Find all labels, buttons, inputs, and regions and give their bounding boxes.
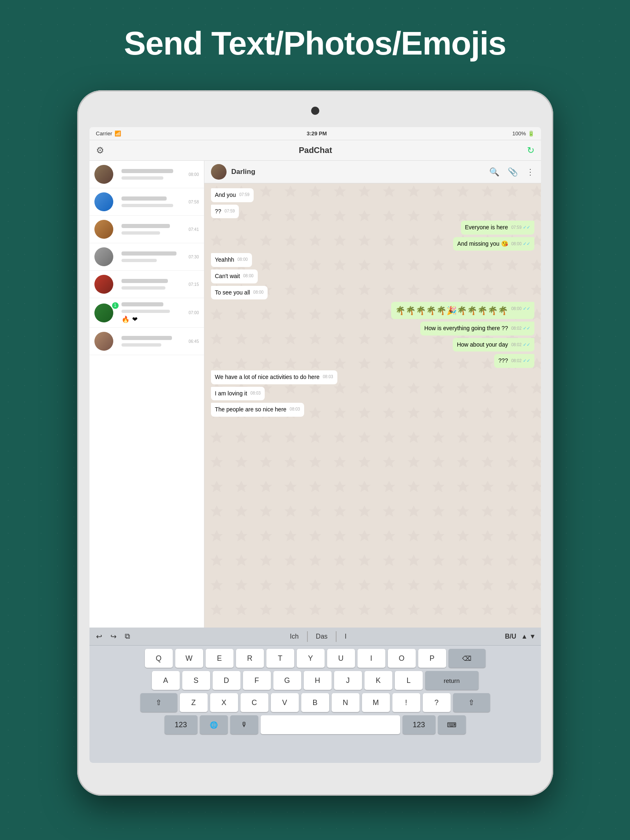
message-text: We have a lot of nice activities to do h… xyxy=(215,374,320,380)
key-q[interactable]: Q xyxy=(145,649,173,668)
key-row-3: ⇧ Z X C V B N M ! ? ⇧ xyxy=(91,693,539,712)
list-item[interactable]: 1 🔥 ❤ 07:00 xyxy=(89,298,204,328)
more-icon[interactable]: ⋮ xyxy=(526,167,534,177)
key-row-2: A S D F G H J K L return xyxy=(91,671,539,690)
message-bubble: We have a lot of nice activities to do h… xyxy=(211,370,337,384)
message-bubble: I am loving it 08:03 xyxy=(211,387,265,401)
space-key[interactable] xyxy=(261,715,400,734)
arrow-buttons: ▲ ▼ xyxy=(521,633,536,640)
list-item[interactable]: 08:00 xyxy=(89,161,204,188)
contact-list: 08:00 07:58 xyxy=(89,161,204,355)
contact-info xyxy=(121,251,186,262)
key-a[interactable]: A xyxy=(152,671,180,690)
key-p[interactable]: P xyxy=(418,649,446,668)
numbers-right-key[interactable]: 123 xyxy=(403,715,435,734)
read-ticks: ✓✓ xyxy=(523,241,530,246)
list-item[interactable]: 07:41 xyxy=(89,216,204,243)
key-l[interactable]: L xyxy=(395,671,423,690)
message-bubble: 🌴🌴🌴🌴🌴🎉🌴🌴🌴🌴🌴 08:00 ✓✓ xyxy=(391,302,534,319)
globe-key[interactable]: 🌐 xyxy=(200,715,228,734)
refresh-icon[interactable]: ↻ xyxy=(527,145,534,156)
autocomplete-das[interactable]: Das xyxy=(307,631,336,642)
key-z[interactable]: Z xyxy=(180,693,208,712)
contact-time: 08:00 xyxy=(188,172,199,177)
key-w[interactable]: W xyxy=(175,649,203,668)
key-b[interactable]: B xyxy=(301,693,329,712)
key-row-4: 123 🌐 🎙 123 ⌨ xyxy=(91,715,539,734)
key-j[interactable]: J xyxy=(334,671,362,690)
ipad-frame: Carrier 📶 3:29 PM 100% 🔋 ⚙ PadChat ↻ xyxy=(77,90,553,796)
page-title: Send Text/Photos/Emojis xyxy=(0,25,630,62)
battery-icon: 🔋 xyxy=(528,130,534,137)
status-time: 3:29 PM xyxy=(307,130,327,137)
avatar xyxy=(94,220,113,239)
status-left: Carrier 📶 xyxy=(96,130,121,137)
key-exclamation[interactable]: ! xyxy=(392,693,420,712)
microphone-key[interactable]: 🎙 xyxy=(230,715,258,734)
message-text: How is everything going there ?? xyxy=(424,325,508,331)
key-v[interactable]: V xyxy=(271,693,299,712)
chat-name: Darling xyxy=(231,168,484,176)
message-time: 08:00 xyxy=(253,290,263,295)
contact-time: 06:45 xyxy=(188,339,199,344)
autocomplete-i[interactable]: I xyxy=(336,631,355,642)
autocomplete-ich[interactable]: Ich xyxy=(282,631,307,642)
key-u[interactable]: U xyxy=(327,649,355,668)
key-g[interactable]: G xyxy=(273,671,301,690)
keyboard-key[interactable]: ⌨ xyxy=(438,715,466,734)
keyboard-rows: Q W E R T Y U I O P ⌫ A S D F xyxy=(89,646,541,736)
chat-icons: 🔍 📎 ⋮ xyxy=(489,167,534,177)
keyboard-area: ↩ ↪ ⧉ Ich Das I B/U ▲ ▼ Q W xyxy=(89,628,541,763)
key-o[interactable]: O xyxy=(388,649,416,668)
avatar xyxy=(94,304,113,322)
key-e[interactable]: E xyxy=(206,649,234,668)
left-shift-key[interactable]: ⇧ xyxy=(140,693,177,712)
key-n[interactable]: N xyxy=(332,693,360,712)
attach-icon[interactable]: 📎 xyxy=(508,167,518,177)
key-s[interactable]: S xyxy=(182,671,210,690)
undo-button[interactable]: ↩ xyxy=(94,630,104,643)
key-question[interactable]: ? xyxy=(423,693,451,712)
contact-info xyxy=(121,336,186,347)
message-time: 08:00 xyxy=(237,257,247,262)
search-icon[interactable]: 🔍 xyxy=(489,167,499,177)
return-key[interactable]: return xyxy=(425,671,479,690)
list-item[interactable]: 07:30 xyxy=(89,243,204,271)
key-x[interactable]: X xyxy=(210,693,238,712)
wifi-icon: 📶 xyxy=(115,130,121,137)
contact-name xyxy=(121,224,170,228)
key-h[interactable]: H xyxy=(304,671,332,690)
message-time: 08:00 ✓✓ xyxy=(511,241,530,247)
delete-key[interactable]: ⌫ xyxy=(449,649,486,668)
key-i[interactable]: I xyxy=(357,649,385,668)
key-t[interactable]: T xyxy=(266,649,294,668)
copy-button[interactable]: ⧉ xyxy=(123,630,132,642)
settings-icon[interactable]: ⚙ xyxy=(96,145,104,156)
message-text: And missing you 😘 xyxy=(457,240,508,247)
list-item[interactable]: 07:58 xyxy=(89,188,204,216)
message-bubble: ?? 07:59 xyxy=(211,205,239,219)
key-f[interactable]: F xyxy=(243,671,271,690)
key-y[interactable]: Y xyxy=(297,649,325,668)
contact-time: 07:00 xyxy=(188,310,199,315)
message-bubble: And missing you 😘 08:00 ✓✓ xyxy=(453,237,534,251)
key-d[interactable]: D xyxy=(213,671,241,690)
key-m[interactable]: M xyxy=(362,693,390,712)
list-item[interactable]: 06:45 xyxy=(89,328,204,355)
ipad-screen: Carrier 📶 3:29 PM 100% 🔋 ⚙ PadChat ↻ xyxy=(89,127,541,763)
message-bubble: How is everything going there ?? 08:02 ✓… xyxy=(420,322,534,336)
list-item[interactable]: 07:15 xyxy=(89,271,204,298)
contact-name xyxy=(121,279,168,283)
key-c[interactable]: C xyxy=(241,693,268,712)
arrow-up-button[interactable]: ▲ xyxy=(521,633,528,640)
numbers-key[interactable]: 123 xyxy=(165,715,197,734)
message-bubble: To see you all 08:00 xyxy=(211,286,268,300)
key-r[interactable]: R xyxy=(236,649,264,668)
arrow-down-button[interactable]: ▼ xyxy=(529,633,536,640)
app-title: PadChat xyxy=(299,146,332,155)
key-k[interactable]: K xyxy=(364,671,392,690)
bold-italic-button[interactable]: B/U xyxy=(505,633,516,640)
right-shift-key[interactable]: ⇧ xyxy=(453,693,490,712)
read-ticks: ✓✓ xyxy=(523,225,530,230)
redo-button[interactable]: ↪ xyxy=(109,630,118,643)
